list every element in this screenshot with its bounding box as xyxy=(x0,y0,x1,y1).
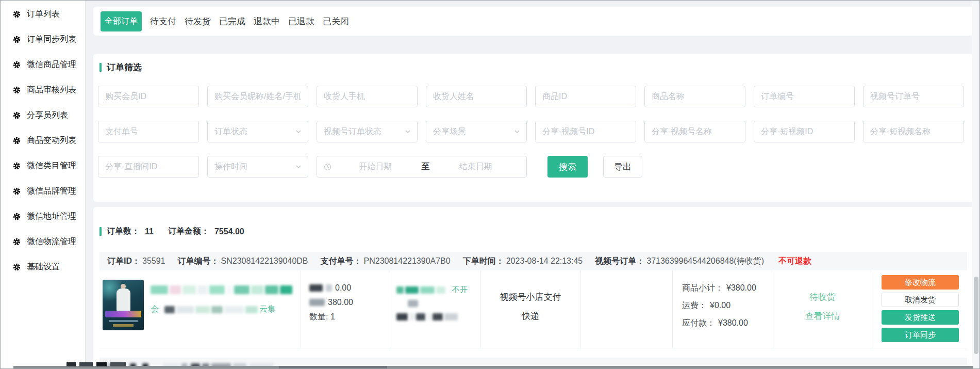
pay-sn-input[interactable] xyxy=(98,121,199,142)
modify-logistics-button[interactable]: 修改物流 xyxy=(882,275,959,290)
goods-name-input[interactable] xyxy=(644,86,745,107)
order-status-select[interactable]: 订单状态 xyxy=(207,121,308,142)
order-header-bar: 订单ID：35591 订单编号：SN23081422139040DB 支付单号：… xyxy=(99,252,967,270)
vertical-scrollbar-thumb[interactable] xyxy=(974,277,978,354)
sidebar-item-wechat-goods[interactable]: 微信商品管理 xyxy=(1,52,85,77)
sidebar-item-wechat-category[interactable]: 微信类目管理 xyxy=(1,153,85,179)
order-payment-cell: 视频号小店支付 快递 xyxy=(480,270,580,348)
chevron-down-icon xyxy=(295,164,302,170)
tab-pending-payment[interactable]: 待支付 xyxy=(150,15,176,27)
gear-icon xyxy=(13,187,21,195)
sidebar-item-wechat-brand[interactable]: 微信品牌管理 xyxy=(1,179,85,204)
order-sn: 订单编号：SN23081422139040DB xyxy=(178,256,308,267)
sidebar-item-order-sync-list[interactable]: 订单同步列表 xyxy=(1,27,85,52)
redacted-buyer-line xyxy=(396,313,480,320)
order-time: 下单时间：2023-08-14 22:13:45 xyxy=(463,256,583,267)
horizontal-scrollbar[interactable] xyxy=(13,366,973,368)
order-row: 会 云集 0.00 xyxy=(99,270,967,348)
channels-order-status-select[interactable]: 视频号订单状态 xyxy=(317,121,418,142)
share-video-name-input[interactable] xyxy=(863,121,964,142)
tab-completed[interactable]: 已完成 xyxy=(219,15,245,27)
channels-order-no-input[interactable] xyxy=(863,86,964,107)
gear-icon xyxy=(13,10,21,18)
clock-icon xyxy=(324,163,331,171)
status-badge: 待收货 xyxy=(773,291,872,303)
gear-icon xyxy=(13,238,21,246)
buyer-text-fragment: 不开 xyxy=(452,285,468,295)
filter-row-1 xyxy=(98,86,969,107)
order-product-cell: 会 云集 xyxy=(99,270,301,348)
order-filter-panel: 订单筛选 订单状态 视频号订单状态 分享场景 xyxy=(93,54,973,202)
share-channels-id-input[interactable] xyxy=(535,121,636,142)
orders-panel: 订单数： 11 订单金额： 7554.00 订单ID：35591 订单编号：SN… xyxy=(93,207,973,369)
share-video-id-input[interactable] xyxy=(754,121,855,142)
order-sn-input[interactable] xyxy=(754,86,855,107)
buyer-name-input[interactable] xyxy=(207,86,308,107)
redacted-buyer-line xyxy=(396,300,480,307)
date-start-placeholder: 开始日期 xyxy=(331,162,420,172)
sidebar-item-label: 分享员列表 xyxy=(27,110,68,121)
main-content: 全部订单 待支付 待发货 已完成 退款中 已退款 已关闭 订单筛选 订单状态 xyxy=(93,1,973,369)
receiver-phone-input[interactable] xyxy=(317,86,418,107)
redacted-product-title: 会 云集 xyxy=(151,280,300,348)
order-sync-button[interactable]: 订单同步 xyxy=(882,328,959,342)
sidebar-item-label: 商品审核列表 xyxy=(27,85,76,95)
freight-line: 运费：¥0.00 xyxy=(682,300,773,311)
horizontal-scrollbar-thumb[interactable] xyxy=(279,366,387,368)
tab-refunding[interactable]: 退款中 xyxy=(254,15,280,27)
order-pay-sn: 支付单号：PN230814221390A7B0 xyxy=(321,256,451,267)
subtotal-line: 商品小计：¥380.00 xyxy=(682,283,773,294)
clipped-bottom-text xyxy=(67,362,126,366)
buyer-id-input[interactable] xyxy=(98,86,199,107)
orders-summary: 订单数： 11 订单金额： 7554.00 xyxy=(99,207,967,237)
product-title-fragment: 会 xyxy=(151,304,159,315)
receiver-name-input[interactable] xyxy=(426,86,527,107)
export-button[interactable]: 导出 xyxy=(603,156,642,178)
tab-closed[interactable]: 已关闭 xyxy=(323,15,349,27)
section-accent-bar xyxy=(99,227,102,236)
tab-all-orders[interactable]: 全部订单 xyxy=(101,11,142,31)
chevron-down-icon xyxy=(405,129,411,135)
sidebar-item-basic-settings[interactable]: 基础设置 xyxy=(1,254,85,280)
gear-icon xyxy=(13,162,21,170)
no-refund-flag: 不可退款 xyxy=(778,256,811,267)
order-amount-label: 订单金额： xyxy=(168,226,209,237)
filter-row-2: 订单状态 视频号订单状态 分享场景 xyxy=(98,121,969,142)
goods-id-input[interactable] xyxy=(535,86,636,107)
order-channels-no: 视频号订单：3713639964544206848(待收货) xyxy=(595,256,764,267)
date-separator: 至 xyxy=(420,162,432,172)
sidebar-item-label: 商品变动列表 xyxy=(27,135,76,146)
chevron-down-icon xyxy=(295,129,302,135)
search-button[interactable]: 搜索 xyxy=(547,156,588,178)
op-time-select[interactable]: 操作时间 xyxy=(207,156,308,178)
vertical-scrollbar[interactable] xyxy=(972,1,979,369)
sidebar: 订单列表 订单同步列表 微信商品管理 商品审核列表 分享员列表 商品变动列表 微… xyxy=(1,1,86,369)
share-scene-select[interactable]: 分享场景 xyxy=(426,121,527,142)
tab-refunded[interactable]: 已退款 xyxy=(288,15,314,27)
sidebar-item-goods-audit[interactable]: 商品审核列表 xyxy=(1,77,85,103)
product-title-fragment: 云集 xyxy=(259,304,276,315)
gear-icon xyxy=(13,86,21,94)
order-buyer-cell: 不开 xyxy=(391,270,480,348)
tab-pending-shipment[interactable]: 待发货 xyxy=(185,15,211,27)
shipment-push-button[interactable]: 发货推送 xyxy=(882,310,959,325)
sidebar-item-wechat-logistics[interactable]: 微信物流管理 xyxy=(1,229,85,254)
gear-icon xyxy=(13,61,21,69)
order-quantity: 数量: 1 xyxy=(309,312,335,323)
order-actions-cell: 修改物流 取消发货 发货推送 订单同步 xyxy=(872,270,967,348)
share-channels-name-input[interactable] xyxy=(644,121,745,142)
share-live-id-input[interactable] xyxy=(98,156,199,178)
order-status-tabs: 全部订单 待支付 待发货 已完成 退款中 已退款 已关闭 xyxy=(93,7,973,36)
sidebar-item-wechat-address[interactable]: 微信地址管理 xyxy=(1,204,85,229)
date-range-picker[interactable]: 开始日期 至 结束日期 xyxy=(317,156,527,178)
delivery-method: 快递 xyxy=(480,310,580,322)
sidebar-item-order-list[interactable]: 订单列表 xyxy=(1,2,85,27)
view-detail-link[interactable]: 查看详情 xyxy=(773,310,872,322)
payment-method: 视频号小店支付 xyxy=(480,291,580,303)
redacted-buyer-line: 不开 xyxy=(396,285,480,295)
sidebar-item-sharer-list[interactable]: 分享员列表 xyxy=(1,103,85,128)
order-amount-value: 7554.00 xyxy=(214,227,244,236)
order-count-label: 订单数： xyxy=(107,226,140,237)
cancel-shipment-button[interactable]: 取消发货 xyxy=(882,293,959,307)
sidebar-item-goods-change[interactable]: 商品变动列表 xyxy=(1,128,85,153)
